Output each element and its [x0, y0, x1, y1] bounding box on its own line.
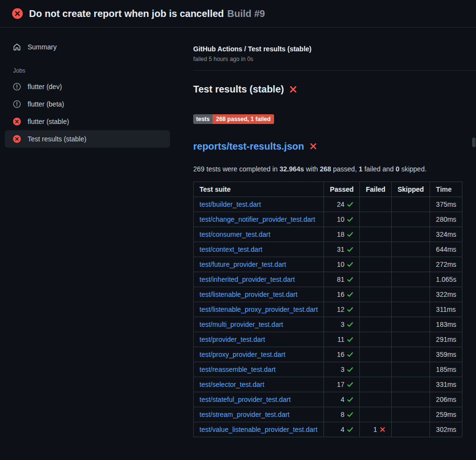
skipped-cell: [391, 347, 430, 362]
failed-cell: [360, 227, 391, 242]
time-cell: 272ms: [430, 257, 462, 272]
suite-link[interactable]: test/value_listenable_provider_test.dart: [200, 426, 318, 433]
suite-cell: test/inherited_provider_test.dart: [194, 272, 324, 287]
passed-cell: 16: [324, 347, 360, 362]
summary-part: skipped.: [399, 165, 427, 173]
check-icon: [347, 261, 353, 268]
passed-count: 12: [337, 306, 345, 313]
x-icon: [380, 427, 385, 432]
sidebar-job-flutter-stable[interactable]: flutter (stable): [5, 113, 170, 130]
suite-link[interactable]: test/reassemble_test.dart: [200, 366, 276, 373]
passed-count: 3: [341, 321, 345, 328]
suite-cell: test/selector_test.dart: [194, 377, 324, 392]
x-icon: [289, 85, 297, 93]
passed-cell: 3: [324, 317, 360, 332]
suite-cell: test/listenable_proxy_provider_test.dart: [194, 302, 324, 317]
breadcrumb: GitHub Actions / Test results (stable): [193, 45, 462, 53]
suite-link[interactable]: test/stream_provider_test.dart: [200, 411, 290, 418]
failed-cell: [360, 392, 391, 407]
suite-cell: test/change_notifier_provider_test.dart: [194, 212, 324, 227]
summary-text: 269 tests were completed in 32.964s with…: [193, 165, 462, 173]
table-row: test/consumer_test.dart18324ms: [194, 227, 462, 242]
time-cell: 375ms: [430, 197, 462, 212]
skipped-cell: [391, 257, 430, 272]
passed-count: 31: [337, 245, 345, 253]
table-row: test/inherited_provider_test.dart811.065…: [194, 272, 462, 287]
suite-link[interactable]: test/context_test.dart: [200, 245, 262, 253]
sidebar-job-flutter-dev[interactable]: flutter (dev): [5, 78, 170, 95]
check-icon: [347, 381, 353, 388]
failed-cell: [360, 332, 391, 347]
time-cell: 322ms: [430, 287, 462, 302]
suite-cell: test/proxy_provider_test.dart: [194, 347, 324, 362]
failed-count: 1: [373, 426, 377, 433]
suite-link[interactable]: test/listenable_proxy_provider_test.dart: [200, 306, 318, 313]
col-header-test-suite: Test suite: [194, 182, 324, 197]
suite-cell: test/stream_provider_test.dart: [194, 407, 324, 422]
skipped-cell: [391, 407, 430, 422]
passed-cell: 3: [324, 362, 360, 377]
skipped-cell: [391, 377, 430, 392]
col-header-passed: Passed: [324, 182, 360, 197]
suite-link[interactable]: test/selector_test.dart: [200, 381, 264, 388]
x-circle-icon: [12, 8, 23, 19]
time-cell: 280ms: [430, 212, 462, 227]
passed-cell: 81: [324, 272, 360, 287]
time-cell: 206ms: [430, 392, 462, 407]
table-row: test/future_provider_test.dart10272ms: [194, 257, 462, 272]
skipped-cell: [391, 212, 430, 227]
passed-count: 3: [341, 366, 345, 373]
table-row: test/builder_test.dart24375ms: [194, 197, 462, 212]
failed-cell: [360, 317, 391, 332]
sidebar-job-flutter-beta[interactable]: flutter (beta): [5, 95, 170, 113]
skipped-cell: [391, 242, 430, 257]
main-content: GitHub Actions / Test results (stable) f…: [175, 28, 476, 460]
summary-duration: 32.964s: [279, 165, 304, 173]
time-cell: 359ms: [430, 347, 462, 362]
results-table: Test suite Passed Failed Skipped Time te…: [193, 182, 462, 437]
suite-cell: test/multi_provider_test.dart: [194, 317, 324, 332]
check-icon: [347, 231, 353, 238]
passed-count: 16: [337, 291, 345, 298]
summary-part: 269 tests were completed in: [193, 165, 279, 173]
skipped-cell: [391, 317, 430, 332]
sidebar-item-summary[interactable]: Summary: [5, 38, 170, 56]
suite-link[interactable]: test/proxy_provider_test.dart: [200, 351, 285, 358]
suite-link[interactable]: test/multi_provider_test.dart: [200, 321, 283, 328]
report-title-label: reports/test-results.json: [193, 141, 304, 152]
suite-link[interactable]: test/stateful_provider_test.dart: [200, 396, 291, 403]
col-header-time: Time: [430, 182, 462, 197]
check-icon: [347, 276, 353, 283]
build-number: Build #9: [227, 8, 265, 19]
suite-link[interactable]: test/listenable_provider_test.dart: [200, 291, 297, 298]
suite-link[interactable]: test/builder_test.dart: [200, 200, 261, 208]
report-title-link[interactable]: reports/test-results.json: [193, 141, 462, 152]
passed-cell: 12: [324, 302, 360, 317]
sidebar-job-test-results-stable[interactable]: Test results (stable): [5, 130, 170, 148]
layout: Summary Jobs flutter (dev)flutter (beta)…: [0, 28, 476, 460]
suite-link[interactable]: test/provider_test.dart: [200, 336, 265, 343]
suite-cell: test/reassemble_test.dart: [194, 362, 324, 377]
summary-part: with: [304, 165, 320, 173]
suite-cell: test/provider_test.dart: [194, 332, 324, 347]
suite-link[interactable]: test/consumer_test.dart: [200, 230, 270, 238]
col-header-failed: Failed: [360, 182, 391, 197]
suite-link[interactable]: test/change_notifier_provider_test.dart: [200, 215, 315, 223]
passed-count: 24: [337, 200, 345, 208]
passed-count: 4: [341, 396, 345, 403]
sidebar: Summary Jobs flutter (dev)flutter (beta)…: [0, 28, 175, 460]
suite-link[interactable]: test/inherited_provider_test.dart: [200, 276, 295, 283]
summary-skipped: 0: [396, 165, 399, 173]
passed-count: 11: [338, 336, 345, 343]
time-cell: 185ms: [430, 362, 462, 377]
col-header-skipped: Skipped: [391, 182, 430, 197]
passed-cell: 10: [324, 257, 360, 272]
job-label: flutter (beta): [28, 100, 64, 108]
suite-link[interactable]: test/future_provider_test.dart: [200, 261, 286, 268]
passed-cell: 31: [324, 242, 360, 257]
time-cell: 1.065s: [430, 272, 462, 287]
failed-cell: [360, 272, 391, 287]
scrollbar-thumb[interactable]: [472, 138, 476, 147]
page-title: Do not create report when job is cancell…: [29, 8, 265, 19]
check-icon: [347, 366, 353, 373]
